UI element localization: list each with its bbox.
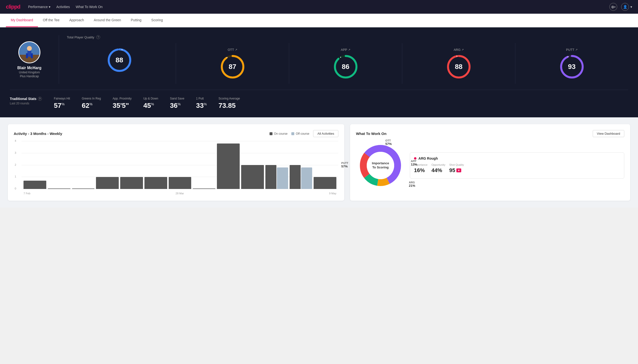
trad-stat-items: Fairways Hit 57% Greens In Reg 62% App. … — [54, 97, 628, 110]
importance-card: ARG Rough Importance 16% Opportunity 44%… — [410, 152, 624, 179]
bar-on-9 — [241, 165, 264, 189]
circle-putt: 93 — [560, 54, 584, 79]
tab-off-the-tee[interactable]: Off the Tee — [38, 14, 64, 27]
donut-label-putt: PUTT 57% — [341, 162, 348, 168]
score-ott-label: OTT ↗ — [228, 48, 237, 52]
score-cards-row: 88 OTT ↗ 87 — [67, 43, 628, 84]
score-app: APP ↗ 86 — [289, 43, 402, 84]
bar-group-0 — [24, 181, 46, 189]
work-on-title: What To Work On — [356, 132, 386, 136]
trad-stat-name-4: Sand Save — [170, 97, 184, 100]
donut-chart: ImportanceTo Scoring — [356, 141, 405, 190]
score-putt-label: PUTT ↗ — [566, 48, 577, 52]
score-arg-label: ARG ↗ — [454, 48, 464, 52]
bar-group-11 — [290, 165, 312, 189]
tab-around-the-green[interactable]: Around the Green — [89, 14, 126, 27]
trad-stat-value-6: 73.85 — [218, 102, 236, 110]
nav-activities[interactable]: Activities — [56, 4, 70, 10]
activity-controls: On course Off course All Activities — [270, 130, 338, 137]
score-app-value: 86 — [342, 63, 349, 71]
bar-group-4 — [120, 177, 143, 189]
trad-stats-label: Traditional Stats ? Last 20 rounds — [10, 97, 44, 105]
trad-stat-value-5: 33% — [196, 102, 207, 110]
bar-on-8 — [217, 144, 240, 189]
bar-group-12 — [314, 177, 336, 189]
nav-performance[interactable]: Performance ▾ — [28, 4, 50, 10]
player-handicap: Plus Handicap — [20, 74, 39, 78]
tab-approach[interactable]: Approach — [64, 14, 89, 27]
bar-on-5 — [144, 177, 167, 189]
x-label-mar: 28 Mar — [175, 192, 184, 195]
tab-scoring[interactable]: Scoring — [146, 14, 168, 27]
total-quality-help[interactable]: ? — [96, 35, 100, 39]
bar-off-10 — [277, 168, 288, 189]
svg-rect-5 — [31, 53, 33, 58]
trad-stat-item-1: Greens In Reg 62% — [82, 97, 101, 110]
metric-importance-value: 16% — [414, 167, 428, 174]
shot-quality-badge: ▼ — [456, 168, 462, 172]
metric-shot-quality-label: Shot Quality — [449, 163, 464, 166]
legend-on-course-dot — [270, 132, 273, 135]
bar-on-10 — [265, 165, 276, 189]
tab-my-dashboard[interactable]: My Dashboard — [6, 14, 38, 27]
activity-title: Activity - 3 Months - Weekly — [14, 132, 62, 136]
bar-chart: 4 3 2 1 0 7 Feb 28 Mar 9 May — [14, 141, 338, 195]
donut-center: ImportanceTo Scoring — [372, 161, 389, 170]
score-overall-value: 88 — [116, 56, 123, 64]
importance-metrics: Importance 16% Opportunity 44% Shot Qual… — [414, 163, 620, 174]
svg-point-2 — [27, 46, 32, 51]
user-menu[interactable]: 👤 ▾ — [621, 3, 632, 11]
add-button[interactable]: ⊕ ▾ — [609, 3, 617, 11]
circle-arg: 88 — [447, 54, 471, 79]
score-arg: ARG ↗ 88 — [402, 43, 515, 84]
bar-on-0 — [24, 181, 46, 189]
score-cards: Total Player Quality ? 88 — [59, 35, 628, 84]
trad-stat-name-3: Up & Down — [143, 97, 158, 100]
legend-off-course-dot — [291, 132, 294, 135]
svg-rect-3 — [28, 51, 31, 57]
bar-on-4 — [120, 177, 143, 189]
trad-stats-subtitle: Last 20 rounds — [10, 102, 44, 105]
nav-what-to-work-on[interactable]: What To Work On — [76, 4, 103, 10]
bar-group-10 — [265, 165, 288, 189]
bar-group-2 — [72, 188, 95, 189]
x-label-feb: 7 Feb — [24, 192, 30, 195]
importance-name: ARG Rough — [418, 156, 438, 160]
bar-group-3 — [96, 177, 119, 189]
bar-off-11 — [301, 168, 312, 189]
player-avatar — [18, 41, 40, 63]
bar-on-6 — [169, 177, 191, 189]
bar-group-7 — [193, 188, 216, 189]
top-nav: clippd Performance ▾ Activities What To … — [0, 0, 638, 14]
score-arg-value: 88 — [455, 63, 463, 71]
nav-links: Performance ▾ Activities What To Work On — [28, 4, 103, 10]
tab-putting[interactable]: Putting — [126, 14, 146, 27]
bar-on-12 — [314, 177, 336, 189]
nav-right: ⊕ ▾ 👤 ▾ — [609, 3, 632, 11]
all-activities-button[interactable]: All Activities — [313, 130, 338, 137]
hero-inner: Blair McHarg United Kingdom Plus Handica… — [10, 35, 628, 84]
traditional-stats: Traditional Stats ? Last 20 rounds Fairw… — [10, 95, 628, 110]
donut-label-arg: ARG 21% — [409, 181, 415, 188]
total-quality-header: Total Player Quality ? — [67, 35, 628, 39]
logo[interactable]: clippd — [6, 4, 20, 10]
trad-stat-item-5: 1 Putt 33% — [196, 97, 207, 110]
trad-stat-item-2: App. Proximity 35'5" — [113, 97, 131, 110]
importance-card-header: ARG Rough — [414, 156, 620, 160]
hero-section: Blair McHarg United Kingdom Plus Handica… — [0, 28, 638, 117]
svg-rect-4 — [26, 53, 28, 58]
player-country: United Kingdom — [19, 71, 40, 74]
legend-on-course: On course — [270, 132, 287, 136]
activity-card: Activity - 3 Months - Weekly On course O… — [8, 124, 344, 201]
metric-opportunity: Opportunity 44% — [431, 163, 445, 174]
trad-stat-value-4: 36% — [170, 102, 181, 110]
x-label-may: 9 May — [329, 192, 336, 195]
score-ott-value: 87 — [229, 63, 236, 71]
bar-empty-7 — [193, 188, 216, 189]
trad-stats-help[interactable]: ? — [38, 97, 42, 101]
score-putt: PUTT ↗ 93 — [515, 43, 628, 84]
bar-group-6 — [169, 177, 191, 189]
view-dashboard-button[interactable]: View Dashboard — [593, 130, 624, 137]
bars-container — [22, 141, 338, 189]
trad-stat-item-4: Sand Save 36% — [170, 97, 184, 110]
